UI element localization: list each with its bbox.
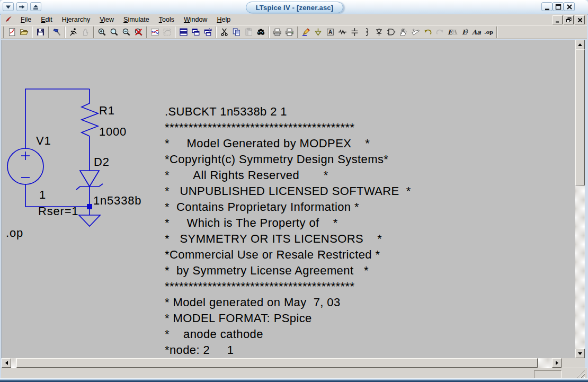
schematic-canvas[interactable]: V1 1 Rser=1 R1 1000 D2 1n5338b	[2, 40, 575, 358]
tool-zoom-in-icon[interactable]	[96, 26, 108, 39]
menu-tools[interactable]: Tools	[154, 15, 179, 24]
mdi-minimize-icon	[555, 17, 561, 23]
menu-edit[interactable]: Edit	[36, 15, 57, 24]
r1-name-label[interactable]: R1	[99, 104, 115, 117]
menu-help[interactable]: Help	[212, 15, 235, 24]
toolbar: AEEEAa.op	[1, 25, 587, 39]
tool-place-inductor-icon[interactable]	[361, 26, 373, 39]
tool-copy-icon[interactable]	[230, 26, 243, 39]
tool-waveform-settings-icon[interactable]	[161, 26, 173, 39]
tool-rotate-icon[interactable]: E	[458, 26, 470, 39]
scroll-right-button[interactable]	[552, 358, 562, 368]
d2-name-label[interactable]: D2	[94, 155, 110, 168]
tool-tile-vertically-icon[interactable]	[190, 26, 202, 39]
menu-file[interactable]: File	[16, 15, 36, 24]
right-arrow-icon	[556, 361, 560, 365]
tool-zoom-full-extents-icon[interactable]	[108, 26, 120, 39]
toolbar-separator	[32, 26, 33, 38]
toolbar-separator	[3, 26, 4, 38]
mdi-close-button[interactable]	[575, 15, 585, 24]
menu-hierarchy[interactable]: Hierarchy	[57, 15, 95, 24]
zener-diode-d2[interactable]: D2 1n5338b	[76, 155, 141, 215]
tool-waveform-autorange-icon[interactable]	[149, 26, 161, 39]
v1-name-label[interactable]: V1	[36, 134, 51, 147]
mdi-restore-button[interactable]	[564, 15, 574, 24]
tool-drag-icon[interactable]	[409, 26, 422, 39]
tool-find-icon[interactable]	[255, 26, 267, 39]
tool-label-net-icon[interactable]: A	[324, 26, 336, 39]
pin-button[interactable]	[16, 2, 28, 11]
window-title: LTspice IV - [zener.asc]	[256, 4, 334, 12]
tool-zoom-back-icon[interactable]	[132, 26, 145, 39]
tool-spice-directive-icon[interactable]: .op	[483, 26, 495, 39]
title-pill: LTspice IV - [zener.asc]	[246, 2, 343, 13]
v1-rser-label[interactable]: Rser=1	[38, 205, 78, 218]
shade-button[interactable]	[30, 2, 41, 11]
menu-items: FileEditHierarchyViewSimulateToolsWindow…	[16, 15, 235, 24]
window-menu-button[interactable]	[3, 2, 14, 11]
toolbar-separator	[93, 26, 94, 38]
tool-move-icon[interactable]	[397, 26, 409, 39]
tool-cascade-windows-icon[interactable]	[202, 26, 214, 39]
tool-zoom-out-icon[interactable]	[120, 26, 132, 39]
left-arrow-icon	[3, 361, 8, 365]
tool-paste-icon[interactable]	[243, 26, 255, 39]
ltspice-window: LTspice IV - [zener.asc] FileEditHierarc…	[0, 0, 588, 382]
tool-place-diode-icon[interactable]	[373, 26, 385, 39]
scroll-left-button[interactable]	[2, 358, 11, 368]
plus-terminal	[21, 152, 30, 160]
tool-place-ground-icon[interactable]	[312, 26, 324, 39]
close-button[interactable]	[564, 2, 575, 11]
voltage-source-v1[interactable]: V1 1 Rser=1	[7, 134, 78, 218]
tool-run-simulation-icon[interactable]	[67, 26, 79, 39]
tool-open-file-icon[interactable]	[18, 26, 30, 39]
menu-window[interactable]: Window	[179, 15, 212, 24]
horizontal-scroll-thumb[interactable]	[16, 358, 538, 368]
tool-redo-icon[interactable]	[434, 26, 446, 39]
titlebar[interactable]: LTspice IV - [zener.asc]	[0, 0, 588, 15]
tool-place-capacitor-icon[interactable]	[349, 26, 361, 39]
tool-save-icon[interactable]	[34, 26, 47, 39]
node-junction[interactable]	[87, 204, 92, 209]
tool-cut-icon[interactable]	[218, 26, 230, 39]
resize-grip[interactable]	[576, 370, 585, 378]
tool-halt-simulation-icon[interactable]	[79, 26, 92, 39]
vertical-scroll-thumb[interactable]	[575, 49, 585, 185]
tool-print-preview-icon[interactable]	[271, 26, 283, 39]
mdi-close-icon	[577, 17, 583, 23]
ground-symbol[interactable]	[79, 215, 100, 226]
v1-value-label[interactable]: 1	[39, 188, 46, 201]
netlist-text[interactable]: .SUBCKT 1n5338b 2 1 ********************…	[165, 104, 411, 358]
tool-place-resistor-icon[interactable]	[336, 26, 349, 39]
menu-simulate[interactable]: Simulate	[119, 15, 154, 24]
menu-view[interactable]: View	[95, 15, 119, 24]
horizontal-scrollbar[interactable]	[2, 358, 575, 368]
vertical-scrollbar[interactable]	[575, 40, 585, 358]
tool-draw-wire-icon[interactable]	[300, 26, 312, 39]
d2-model-label[interactable]: 1n5338b	[93, 194, 141, 207]
tool-control-panel-icon[interactable]	[51, 26, 63, 39]
tool-new-schematic-icon[interactable]	[6, 26, 18, 39]
app-icon[interactable]	[4, 16, 13, 23]
r1-value-label[interactable]: 1000	[99, 125, 127, 138]
wire[interactable]	[25, 89, 90, 149]
tool-place-component-icon[interactable]	[385, 26, 397, 39]
tool-undo-icon[interactable]	[422, 26, 434, 39]
minimize-button[interactable]	[541, 2, 553, 11]
close-icon	[566, 3, 573, 11]
mdi-minimize-button[interactable]	[553, 15, 563, 24]
wire[interactable]	[25, 184, 90, 207]
tool-print-icon[interactable]	[283, 26, 296, 39]
maximize-button[interactable]	[553, 2, 564, 11]
tool-tile-horizontally-icon[interactable]	[177, 26, 190, 39]
scroll-up-button[interactable]	[575, 40, 585, 49]
tool-mirror-icon[interactable]: EE	[446, 26, 458, 39]
op-directive-label[interactable]: .op	[6, 226, 23, 239]
toolbar-separator	[146, 26, 147, 38]
toolbar-separator	[175, 26, 176, 38]
window-bottom-edge	[0, 378, 588, 382]
maximize-icon	[555, 3, 562, 11]
scroll-down-button[interactable]	[575, 349, 585, 358]
status-pane	[534, 370, 562, 378]
tool-place-text-icon[interactable]: Aa	[470, 26, 483, 39]
